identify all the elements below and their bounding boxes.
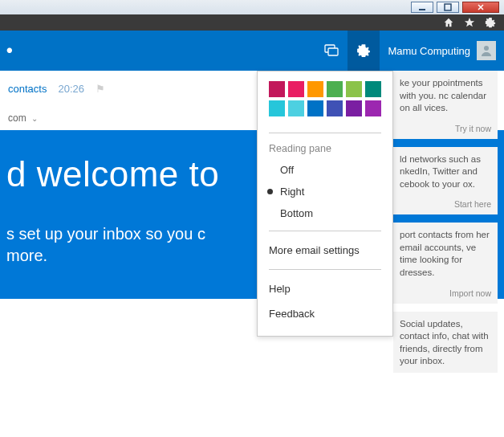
chevron-down-icon[interactable]: ⌄: [31, 114, 38, 123]
home-icon[interactable]: [443, 17, 454, 28]
tip-text: port contacts from her email accounts, v…: [400, 229, 491, 279]
help-link[interactable]: Help: [258, 276, 392, 301]
reading-pane-option[interactable]: Right: [258, 181, 392, 202]
theme-swatch[interactable]: [327, 100, 343, 116]
tip-cta[interactable]: Try it now: [400, 123, 491, 134]
app-header: • Mamu Computing: [0, 31, 504, 71]
theme-swatch[interactable]: [288, 81, 304, 97]
theme-swatch[interactable]: [346, 100, 362, 116]
window-maximize-button[interactable]: [437, 2, 459, 13]
option-label: Off: [280, 164, 294, 176]
flag-icon[interactable]: ⚑: [96, 83, 105, 95]
more-email-settings-link[interactable]: More email settings: [258, 238, 392, 263]
avatar: [477, 41, 496, 60]
option-label: Right: [280, 186, 304, 198]
user-name-label: Mamu Computing: [388, 45, 470, 57]
messaging-icon[interactable]: [315, 31, 348, 71]
reading-pane-option[interactable]: Bottom: [258, 202, 392, 224]
divider: [269, 269, 381, 270]
theme-swatch[interactable]: [269, 81, 285, 97]
theme-swatch[interactable]: [288, 100, 304, 116]
app-title: •: [0, 40, 315, 61]
window-title-bar: [0, 0, 504, 14]
tip-card: ld networks such as nkedIn, Twitter and …: [393, 147, 498, 215]
reading-pane-option[interactable]: Off: [258, 159, 392, 181]
theme-swatch[interactable]: [307, 100, 323, 116]
settings-dropdown: Reading pane OffRightBottom More email s…: [257, 71, 393, 337]
theme-swatch[interactable]: [269, 100, 285, 116]
sender-fragment: com: [8, 112, 26, 124]
theme-swatch[interactable]: [307, 81, 323, 97]
star-icon[interactable]: [464, 17, 475, 28]
tip-cta[interactable]: Start here: [400, 198, 491, 210]
feedback-link[interactable]: Feedback: [258, 301, 392, 326]
tip-cta[interactable]: Import now: [400, 288, 491, 299]
tip-text: ke your ppointments with you. nc calenda…: [400, 77, 491, 115]
window-close-button[interactable]: [462, 2, 499, 13]
svg-point-4: [484, 46, 489, 51]
gear-icon[interactable]: [485, 17, 496, 28]
reading-pane-label: Reading pane: [258, 140, 392, 159]
svg-rect-1: [445, 4, 451, 10]
svg-rect-3: [328, 48, 338, 55]
svg-rect-0: [419, 9, 425, 10]
tip-text: Social updates, contact info, chat with …: [400, 318, 491, 368]
tip-card: port contacts from her email accounts, v…: [393, 223, 498, 303]
theme-swatch[interactable]: [365, 81, 381, 97]
theme-swatch[interactable]: [327, 81, 343, 97]
selected-dot-icon: [267, 189, 273, 194]
tip-card: Social updates, contact info, chat with …: [393, 312, 498, 373]
browser-toolbar: [0, 14, 504, 31]
user-menu[interactable]: Mamu Computing: [380, 41, 504, 60]
divider: [269, 133, 381, 133]
theme-color-grid: [258, 81, 392, 126]
tip-text: ld networks such as nkedIn, Twitter and …: [400, 153, 491, 191]
divider: [269, 231, 381, 231]
tip-card: ke your ppointments with you. nc calenda…: [393, 71, 498, 139]
option-label: Bottom: [280, 207, 313, 219]
window-minimize-button[interactable]: [411, 2, 433, 13]
tips-column: ke your ppointments with you. nc calenda…: [393, 71, 498, 373]
timestamp: 20:26: [58, 83, 84, 95]
theme-swatch[interactable]: [346, 81, 362, 97]
theme-swatch[interactable]: [365, 100, 381, 116]
settings-gear-icon[interactable]: [348, 31, 380, 71]
contacts-link[interactable]: contacts: [8, 83, 47, 95]
